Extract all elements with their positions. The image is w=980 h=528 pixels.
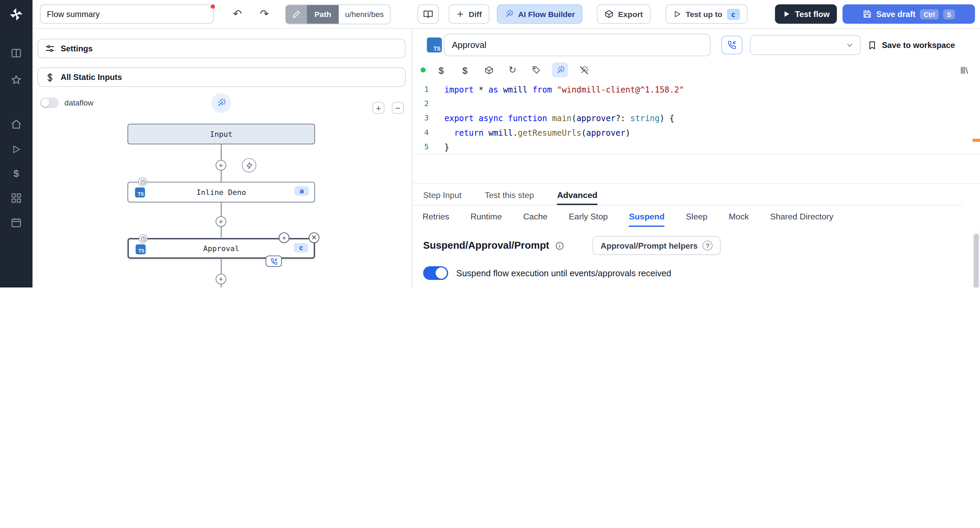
sliders-icon <box>45 43 55 53</box>
flow-toolbar: ↶ ↷ Path u/henri/bes Diff AI Flow Builde… <box>33 0 980 29</box>
resources-grid-icon[interactable] <box>0 189 33 208</box>
tab-mock[interactable]: Mock <box>729 208 749 227</box>
vertical-scrollbar[interactable] <box>972 231 980 288</box>
favorites-star-icon[interactable] <box>0 71 33 89</box>
path-label: Path <box>307 5 339 24</box>
step-id-badge: a <box>295 186 309 196</box>
tab-runtime[interactable]: Runtime <box>471 208 502 227</box>
typescript-icon: TS <box>135 188 145 197</box>
flow-settings-button[interactable]: Settings <box>37 39 406 58</box>
flow-summary-input[interactable] <box>40 5 214 24</box>
add-branch-icon[interactable]: + <box>279 232 289 243</box>
path-editor[interactable]: Path u/henri/bes <box>285 5 391 24</box>
tag-icon[interactable] <box>528 63 544 78</box>
suspend-title: Suspend/Approval/Prompt <box>423 240 549 251</box>
variables-dollar-icon[interactable]: $ <box>0 164 33 183</box>
step-tabs: Step Input Test this step Advanced <box>412 186 962 205</box>
zoom-in-button[interactable]: + <box>372 102 385 114</box>
pencil-icon <box>285 5 307 24</box>
wand-icon <box>504 10 514 19</box>
test-flow-button[interactable]: Test flow <box>775 5 837 24</box>
module-corner-icon <box>138 178 147 186</box>
bookmark-icon <box>867 40 877 50</box>
lang-status-dot <box>421 67 426 72</box>
tab-sleep[interactable]: Sleep <box>686 208 708 227</box>
tab-suspend[interactable]: Suspend <box>629 208 665 227</box>
dollar-icon <box>45 72 55 82</box>
windmill-logo-icon[interactable] <box>0 5 33 24</box>
trigger-bolt-icon[interactable] <box>242 158 256 172</box>
suspend-phone-icon <box>266 256 282 267</box>
approval-prompt-helpers-button[interactable]: Approval/Prompt helpers? <box>592 236 721 255</box>
dataflow-label: dataflow <box>64 98 94 107</box>
resources-dollar-icon[interactable]: $ <box>457 63 473 78</box>
approval-phone-button[interactable] <box>721 36 743 54</box>
flow-graph-panel: Settings All Static Inputs dataflow + − … <box>33 29 413 288</box>
tag-select[interactable] <box>750 35 861 55</box>
unsaved-changes-dot <box>210 4 216 10</box>
insert-step-plus-icon[interactable]: + <box>216 274 226 284</box>
package-icon[interactable] <box>480 63 497 78</box>
tab-step-input[interactable]: Step Input <box>423 186 461 205</box>
variables-dollar-icon[interactable]: $ <box>433 63 450 78</box>
tab-early-stop[interactable]: Early Stop <box>569 208 608 227</box>
panels-icon[interactable] <box>0 44 33 63</box>
typescript-icon: TS <box>136 244 146 254</box>
suspend-execution-label: Suspend flow execution until events/appr… <box>456 268 671 278</box>
library-icon[interactable] <box>956 63 972 78</box>
tab-retries[interactable]: Retries <box>423 208 450 227</box>
tab-shared-directory[interactable]: Shared Directory <box>770 208 833 227</box>
chevron-down-icon <box>846 41 854 49</box>
schedules-calendar-icon[interactable] <box>0 213 33 232</box>
tab-advanced[interactable]: Advanced <box>557 186 598 205</box>
path-value: u/henri/bes <box>339 5 390 24</box>
step-id-badge: c <box>294 243 308 253</box>
zoom-out-button[interactable]: − <box>392 102 404 114</box>
save-draft-button[interactable]: Save draftCtrlS <box>843 5 975 24</box>
insert-step-plus-icon[interactable]: + <box>216 216 226 227</box>
kbd-s: S <box>943 9 955 19</box>
scrollbar-thumb[interactable] <box>974 234 979 288</box>
step-name-input[interactable] <box>444 34 711 56</box>
editor-toolbar: $ $ ↻ <box>412 60 980 80</box>
undo-icon[interactable]: ↶ <box>228 5 247 24</box>
dataflow-toggle[interactable] <box>40 98 59 108</box>
ai-wand-off-icon[interactable] <box>576 63 592 78</box>
editor-overview-ruler-mark <box>972 139 980 142</box>
ai-wand-button[interactable] <box>211 93 231 113</box>
tab-cache[interactable]: Cache <box>523 208 547 227</box>
ai-flow-builder-button[interactable]: AI Flow Builder <box>497 5 582 24</box>
all-static-inputs-button[interactable]: All Static Inputs <box>37 67 406 87</box>
code-editor[interactable]: 1import * as wmill from "windmill-client… <box>412 81 980 184</box>
app-window: $ ↶ ↷ Path u/henri/bes Diff AI Flow Buil… <box>0 0 980 288</box>
reload-icon[interactable]: ↻ <box>504 63 520 78</box>
kbd-ctrl: Ctrl <box>920 9 939 19</box>
advanced-tabs: Retries Runtime Cache Early Stop Suspend… <box>412 208 962 227</box>
insert-step-plus-icon[interactable]: + <box>216 160 226 170</box>
info-icon[interactable] <box>555 241 565 250</box>
app-sidebar: $ <box>0 0 33 288</box>
suspend-execution-toggle[interactable] <box>423 266 448 280</box>
diff-button[interactable]: Diff <box>449 5 489 24</box>
ai-wand-icon[interactable] <box>552 63 568 78</box>
export-button[interactable]: Export <box>597 5 650 24</box>
save-to-workspace-button[interactable]: Save to workspace <box>867 37 955 53</box>
test-up-to-step-badge: c <box>727 8 740 20</box>
typescript-icon: TS <box>427 37 442 52</box>
step-detail-panel: TS Save to workspace $ $ ↻ 1import * as … <box>412 29 980 288</box>
suspend-settings: Suspend/Approval/Prompt Approval/Prompt … <box>412 229 962 288</box>
docs-book-button[interactable] <box>417 5 439 24</box>
redo-icon[interactable]: ↷ <box>255 5 274 24</box>
node-input[interactable]: Input <box>127 124 315 145</box>
node-inline-deno[interactable]: TS Inline Deno a <box>127 182 315 202</box>
runs-play-icon[interactable] <box>0 140 33 159</box>
delete-step-icon[interactable]: ✕ <box>309 232 319 243</box>
tab-test-this-step[interactable]: Test this step <box>485 186 534 205</box>
module-corner-icon <box>139 234 148 243</box>
test-up-to-button[interactable]: Test up toc <box>666 5 747 24</box>
question-icon: ? <box>703 240 713 250</box>
home-icon[interactable] <box>0 115 33 134</box>
